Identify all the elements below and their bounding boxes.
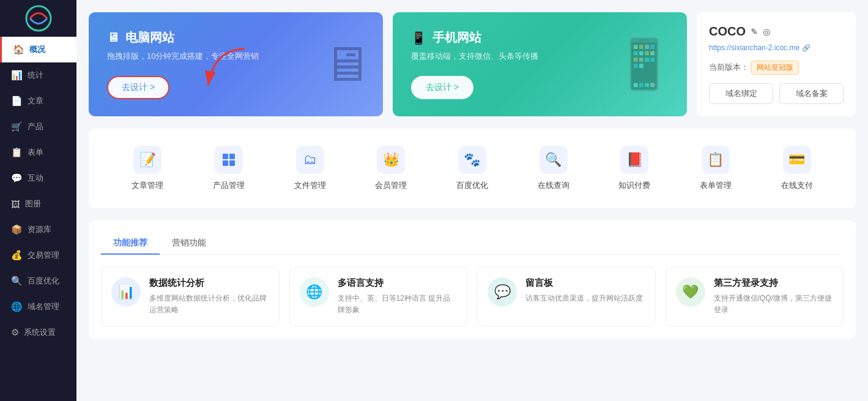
quick-icon-baidu[interactable]: 🐾 百度优化 [447,141,498,196]
version-badge: 网站皇冠版 [751,61,799,75]
func-tabs: 功能推荐 营销功能 [101,233,844,255]
query-qi-icon: 🔍 [540,146,568,174]
pc-banner: 🖥 电脑网站 拖拽排版，10分钟完成搭建，专注全网营销 去设计 > 🖥 [89,12,383,116]
sidebar-item-article[interactable]: 📄 文章 [0,88,76,114]
sidebar-item-overview[interactable]: 🏠 概况 [0,37,76,62]
sidebar-item-trade[interactable]: 💰 交易管理 [0,242,76,268]
interact-icon: 💬 [11,173,23,184]
trade-icon: 💰 [11,250,23,261]
pc-deco: 🖥 [322,36,371,92]
svg-rect-2 [223,154,228,159]
quick-icon-knowledge[interactable]: 📕 知识付费 [609,141,660,196]
settings-icon: ⚙ [11,327,19,338]
payment-qi-label: 在线支付 [781,180,813,191]
guestbook-icon: 💬 [488,277,517,307]
member-qi-icon: 👑 [377,146,405,174]
article-qi-label: 文章管理 [132,180,163,191]
sidebar-item-baidu[interactable]: 🔍 百度优化 [0,268,76,294]
quick-icon-form[interactable]: 📋 表单管理 [690,141,741,196]
sidebar-label-overview: 概况 [29,44,45,55]
svg-rect-5 [229,160,235,166]
baidu-icon: 🔍 [11,275,23,287]
sidebar-item-resource[interactable]: 📦 资源库 [0,217,76,242]
product-qi-label: 产品管理 [213,180,245,191]
sidebar-label-product: 产品 [28,121,43,132]
domain-record-button[interactable]: 域名备案 [779,83,844,104]
knowledge-qi-icon: 📕 [620,146,648,174]
mobile-banner: 📱 手机网站 覆盖移动端，支持微信、头条等传播 去设计 > 📱 [393,12,687,116]
sidebar-item-domain[interactable]: 🌐 域名管理 [0,294,76,320]
query-qi-label: 在线查询 [538,180,569,191]
sidebar-item-settings[interactable]: ⚙ 系统设置 [0,320,76,345]
sidebar-label-resource: 资源库 [28,224,51,235]
info-panel: COCO ✎ ◎ https://sixianchan-2.icoc.me 🔗 … [697,12,856,116]
sidebar-item-product[interactable]: 🛒 产品 [0,114,76,140]
multilang-desc: 支持中、英、日等12种语言 提升品牌形象 [338,293,458,316]
baidu-qi-label: 百度优化 [456,180,488,191]
quick-icon-file[interactable]: 🗂 文件管理 [284,141,336,196]
func-cards: 📊 数据统计分析 多维度网站数据统计分析，优化品牌运营策略 🌐 多语言支持 支持… [101,267,844,326]
monitor-icon: 🖥 [107,31,119,45]
quick-icon-product[interactable]: 产品管理 [203,141,254,196]
info-actions: 域名绑定 域名备案 [709,83,844,104]
site-url: https://sixianchan-2.icoc.me 🔗 [709,43,844,52]
stats-icon: 📊 [11,70,23,81]
sidebar-logo [0,0,76,37]
sidebar-label-settings: 系统设置 [24,327,56,338]
phone-icon: 📱 [411,31,426,45]
article-qi-icon: 📝 [133,146,161,174]
svg-rect-4 [223,160,228,166]
svg-rect-3 [229,154,235,159]
guestbook-title: 留言板 [525,277,645,289]
sidebar-label-stats: 统计 [28,70,43,81]
quick-icon-query[interactable]: 🔍 在线查询 [528,141,579,196]
file-qi-label: 文件管理 [294,180,326,191]
func-card-guestbook: 💬 留言板 访客互动优质渠道，提升网站活跃度 [477,267,656,326]
sidebar-item-album[interactable]: 🖼 图册 [0,191,76,217]
sidebar-item-stats[interactable]: 📊 统计 [0,62,76,88]
quick-icon-payment[interactable]: 💳 在线支付 [771,141,823,196]
mobile-deco: 📱 [614,36,675,93]
data-stats-desc: 多维度网站数据统计分析，优化品牌运营策略 [149,293,269,316]
data-stats-content: 数据统计分析 多维度网站数据统计分析，优化品牌运营策略 [149,277,269,316]
link-icon: 🔗 [802,44,811,52]
form-qi-label: 表单管理 [700,180,732,191]
eye-icon[interactable]: ◎ [763,27,770,37]
site-name-text: COCO [709,24,746,39]
sidebar-label-interact: 互动 [28,173,43,184]
file-qi-icon: 🗂 [296,146,324,174]
resource-icon: 📦 [11,224,23,235]
sidebar-label-baidu: 百度优化 [28,275,59,287]
data-stats-icon: 📊 [111,277,141,307]
func-card-multilang: 🌐 多语言支持 支持中、英、日等12种语言 提升品牌形象 [289,267,468,326]
mobile-design-button[interactable]: 去设计 > [411,76,473,99]
product-icon: 🛒 [11,121,23,132]
quick-icon-member[interactable]: 👑 会员管理 [365,141,417,196]
sidebar-label-album: 图册 [25,198,41,209]
multilang-icon: 🌐 [300,277,329,307]
edit-icon[interactable]: ✎ [751,27,758,37]
quick-icon-article[interactable]: 📝 文章管理 [122,141,173,196]
product-qi-icon [215,146,243,174]
payment-qi-icon: 💳 [783,146,811,174]
thirdparty-desc: 支持开通微信/QQ/微博，第三方便捷登录 [714,293,834,316]
member-qi-label: 会员管理 [375,180,407,191]
main-content: 🖥 电脑网站 拖拽排版，10分钟完成搭建，专注全网营销 去设计 > 🖥 📱 手机… [76,0,868,401]
func-card-thirdparty: 💚 第三方登录支持 支持开通微信/QQ/微博，第三方便捷登录 [666,267,844,326]
sidebar-label-article: 文章 [28,96,43,107]
home-icon: 🏠 [13,44,24,55]
sidebar-item-interact[interactable]: 💬 互动 [0,165,76,191]
sidebar-label-trade: 交易管理 [28,250,59,261]
sidebar-item-form[interactable]: 📋 表单 [0,140,76,165]
thirdparty-title: 第三方登录支持 [714,277,834,289]
tab-marketing[interactable]: 营销功能 [160,233,218,255]
func-section: 功能推荐 营销功能 📊 数据统计分析 多维度网站数据统计分析，优化品牌运营策略 … [89,220,856,339]
pc-design-button[interactable]: 去设计 > [107,76,169,99]
article-icon: 📄 [11,96,23,107]
banners-col: 🖥 电脑网站 拖拽排版，10分钟完成搭建，专注全网营销 去设计 > 🖥 📱 手机… [89,12,687,116]
domain-icon: 🌐 [11,301,23,312]
form-icon: 📋 [11,147,23,158]
domain-bind-button[interactable]: 域名绑定 [709,83,773,104]
func-card-data-stats: 📊 数据统计分析 多维度网站数据统计分析，优化品牌运营策略 [101,267,280,326]
tab-recommend[interactable]: 功能推荐 [101,233,160,255]
